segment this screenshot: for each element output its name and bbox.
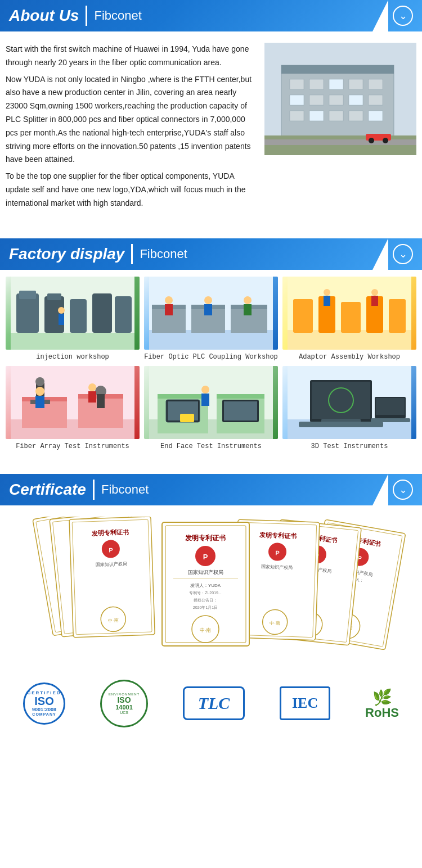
cert-section-header: Certificate Fibconet ⌄ <box>0 474 422 505</box>
svg-rect-16 <box>329 111 343 121</box>
certificates-svg: 发明专利证书 P 国家知识产权局 发明人： 中·南 发明专利证书 P 国家知识产… <box>5 517 417 668</box>
factory-header-divider <box>131 244 133 264</box>
svg-point-66 <box>35 377 44 386</box>
factory-img-end-face <box>144 366 278 439</box>
factory-img-injection <box>6 277 140 350</box>
iec-text: IEC <box>292 695 318 712</box>
svg-point-47 <box>244 296 252 304</box>
svg-rect-7 <box>349 79 363 89</box>
svg-rect-53 <box>341 302 361 333</box>
iso14001-badge: ENVIRONMENT ISO 14001 UCS <box>100 680 148 727</box>
svg-rect-25 <box>11 333 134 350</box>
svg-rect-20 <box>264 139 416 145</box>
about-chevron[interactable]: ⌄ <box>393 6 413 26</box>
svg-rect-26 <box>16 293 39 333</box>
factory-grid: injection workshop <box>0 270 422 451</box>
svg-point-45 <box>204 296 212 304</box>
svg-rect-68 <box>35 396 44 408</box>
rohs-badge-container: 🌿 RoHS <box>365 688 399 719</box>
svg-text:中·南: 中·南 <box>270 621 280 626</box>
cert-header-divider <box>93 480 95 500</box>
svg-rect-3 <box>281 65 394 74</box>
svg-rect-15 <box>309 111 324 121</box>
factory-label-5: 3D Test Instruments <box>311 442 388 451</box>
iso9001-main: ISO <box>34 695 53 707</box>
svg-text:P: P <box>203 553 208 561</box>
factory-label-2: Adaptor Assembly Workshop <box>299 353 400 362</box>
adaptor-workshop-svg <box>282 277 416 350</box>
factory-content-section: injection workshop <box>0 270 422 463</box>
cert-images-area: 发明专利证书 P 国家知识产权局 发明人： 中·南 发明专利证书 P 国家知识产… <box>0 505 422 668</box>
svg-rect-81 <box>180 414 194 422</box>
svg-rect-36 <box>149 330 273 350</box>
svg-text:发明专利证书: 发明专利证书 <box>259 531 297 539</box>
about-paragraph-1: Start with the first switch machine of H… <box>6 43 258 70</box>
iso14001-logo: ENVIRONMENT ISO 14001 UCS <box>100 680 148 727</box>
building-svg <box>264 43 416 155</box>
svg-point-73 <box>88 383 96 391</box>
svg-text:授权公告日：: 授权公告日： <box>194 598 217 602</box>
svg-rect-12 <box>349 95 363 105</box>
iso14001-bottom: UCS <box>120 711 128 715</box>
svg-rect-83 <box>217 394 264 399</box>
svg-rect-19 <box>264 135 416 155</box>
svg-rect-46 <box>204 304 212 315</box>
svg-rect-85 <box>224 401 257 421</box>
svg-point-22 <box>369 138 374 143</box>
svg-point-56 <box>324 289 330 296</box>
svg-text:发明人：YUDA: 发明人：YUDA <box>190 583 221 588</box>
about-title: About Us <box>9 7 79 25</box>
svg-text:发明专利证书: 发明专利证书 <box>91 528 129 536</box>
gap-2 <box>0 463 422 474</box>
fiber-array-svg <box>6 366 140 439</box>
svg-rect-29 <box>47 293 61 300</box>
iso14001-version: 14001 <box>115 704 133 711</box>
svg-rect-97 <box>371 418 410 422</box>
svg-rect-34 <box>59 314 64 325</box>
tlc-text: TLC <box>198 694 230 713</box>
factory-chevron[interactable]: ⌄ <box>393 244 413 264</box>
svg-rect-96 <box>376 398 405 415</box>
about-paragraph-3: To be the top one supplier for the fiber… <box>6 170 258 210</box>
rohs-text: RoHS <box>365 707 399 719</box>
about-text-block: Start with the first switch machine of H… <box>6 43 258 210</box>
svg-rect-87 <box>201 394 209 406</box>
about-content-section: Start with the first switch machine of H… <box>0 31 422 227</box>
svg-text:国家知识产权局: 国家知识产权局 <box>188 569 223 575</box>
logo-strip: CERTIFIED ISO 9001:2008 COMPANY ENVIRONM… <box>0 668 422 739</box>
svg-point-86 <box>201 386 209 394</box>
factory-item-3: Fiber Array Test Instruments <box>6 366 140 451</box>
about-section-header: About Us Fibconet ⌄ <box>0 0 422 31</box>
injection-workshop-svg <box>6 277 140 350</box>
svg-rect-72 <box>97 394 105 408</box>
svg-rect-32 <box>115 296 132 333</box>
svg-text:P: P <box>109 546 113 553</box>
factory-label-1: Fiber Optic PLC Coupling Workshop <box>144 353 278 362</box>
iso14001-main: ISO <box>117 696 131 704</box>
factory-item-2: Adaptor Assembly Workshop <box>282 277 416 362</box>
svg-rect-30 <box>70 299 87 333</box>
factory-img-3d-test <box>282 366 416 439</box>
svg-rect-94 <box>299 422 383 427</box>
3d-test-svg <box>282 366 416 439</box>
svg-rect-78 <box>158 394 208 399</box>
cert-title: Certificate <box>9 481 86 499</box>
svg-rect-10 <box>309 95 324 105</box>
svg-rect-55 <box>389 299 406 333</box>
svg-rect-57 <box>324 296 330 306</box>
svg-rect-59 <box>371 296 378 306</box>
svg-rect-31 <box>92 293 112 333</box>
svg-text:中·南: 中·南 <box>200 627 212 633</box>
svg-rect-27 <box>19 291 36 299</box>
svg-rect-6 <box>329 79 343 89</box>
svg-rect-13 <box>369 95 383 105</box>
cert-chevron[interactable]: ⌄ <box>393 480 413 500</box>
iec-badge-container: IEC <box>280 686 330 720</box>
factory-label-4: End Face Test Instruments <box>160 442 262 451</box>
iso9001-logo: CERTIFIED ISO 9001:2008 COMPANY <box>23 682 65 725</box>
svg-text:P: P <box>275 549 280 556</box>
svg-point-23 <box>383 138 388 143</box>
tlc-badge-container: TLC <box>183 686 245 720</box>
factory-item-5: 3D Test Instruments <box>282 366 416 451</box>
cert-subtitle: Fibconet <box>101 482 149 497</box>
